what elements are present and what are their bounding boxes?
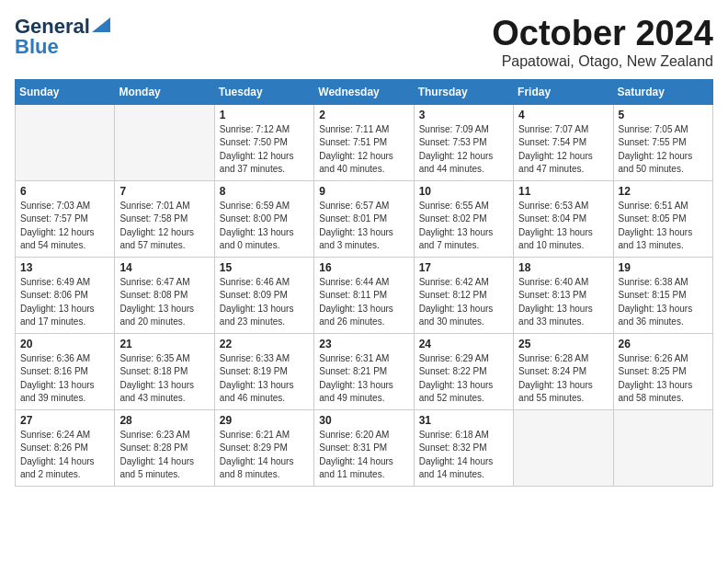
day-header-tuesday: Tuesday	[214, 79, 313, 104]
day-number: 17	[419, 261, 508, 274]
day-header-sunday: Sunday	[16, 79, 115, 104]
day-detail: Sunrise: 6:42 AMSunset: 8:12 PMDaylight:…	[419, 276, 508, 329]
day-number: 11	[518, 185, 608, 198]
day-number: 26	[619, 338, 708, 350]
calendar-cell: 4Sunrise: 7:07 AMSunset: 7:54 PMDaylight…	[514, 104, 613, 180]
calendar-cell	[514, 409, 613, 486]
calendar-cell: 9Sunrise: 6:57 AMSunset: 8:01 PMDaylight…	[314, 180, 414, 257]
day-detail: Sunrise: 6:28 AMSunset: 8:24 PMDaylight:…	[518, 352, 608, 406]
day-number: 12	[619, 185, 708, 198]
day-detail: Sunrise: 6:29 AMSunset: 8:22 PMDaylight:…	[419, 352, 508, 406]
logo: General Blue	[15, 15, 110, 59]
calendar-cell: 3Sunrise: 7:09 AMSunset: 7:53 PMDaylight…	[414, 104, 513, 180]
day-detail: Sunrise: 6:40 AMSunset: 8:13 PMDaylight:…	[518, 276, 608, 329]
day-detail: Sunrise: 6:33 AMSunset: 8:19 PMDaylight:…	[220, 352, 309, 406]
svg-marker-0	[92, 17, 110, 32]
day-number: 30	[319, 414, 408, 427]
calendar-cell: 19Sunrise: 6:38 AMSunset: 8:15 PMDayligh…	[613, 257, 712, 333]
day-detail: Sunrise: 7:05 AMSunset: 7:55 PMDaylight:…	[619, 123, 708, 177]
day-detail: Sunrise: 6:53 AMSunset: 8:04 PMDaylight:…	[518, 200, 608, 253]
day-header-thursday: Thursday	[414, 79, 513, 104]
day-detail: Sunrise: 7:12 AMSunset: 7:50 PMDaylight:…	[220, 123, 309, 177]
day-number: 7	[119, 185, 209, 198]
day-number: 3	[419, 109, 508, 121]
day-number: 19	[619, 261, 708, 274]
day-number: 21	[119, 338, 209, 350]
calendar-cell: 30Sunrise: 6:20 AMSunset: 8:31 PMDayligh…	[314, 409, 414, 486]
day-detail: Sunrise: 6:36 AMSunset: 8:16 PMDaylight:…	[20, 352, 109, 406]
day-detail: Sunrise: 6:51 AMSunset: 8:05 PMDaylight:…	[619, 200, 708, 253]
calendar-cell: 8Sunrise: 6:59 AMSunset: 8:00 PMDaylight…	[214, 180, 313, 257]
month-title: October 2024	[492, 15, 713, 53]
day-detail: Sunrise: 6:31 AMSunset: 8:21 PMDaylight:…	[319, 352, 408, 406]
calendar-cell	[613, 409, 712, 486]
calendar-table: SundayMondayTuesdayWednesdayThursdayFrid…	[15, 79, 713, 487]
day-number: 10	[419, 185, 508, 198]
day-detail: Sunrise: 7:09 AMSunset: 7:53 PMDaylight:…	[419, 123, 508, 177]
calendar-cell: 31Sunrise: 6:18 AMSunset: 8:32 PMDayligh…	[414, 409, 513, 486]
day-detail: Sunrise: 7:01 AMSunset: 7:58 PMDaylight:…	[119, 200, 209, 253]
logo-blue: Blue	[15, 35, 59, 59]
calendar-cell: 14Sunrise: 6:47 AMSunset: 8:08 PMDayligh…	[115, 257, 214, 333]
day-detail: Sunrise: 6:23 AMSunset: 8:28 PMDaylight:…	[119, 429, 209, 482]
calendar-cell: 15Sunrise: 6:46 AMSunset: 8:09 PMDayligh…	[214, 257, 313, 333]
calendar-cell: 1Sunrise: 7:12 AMSunset: 7:50 PMDaylight…	[214, 104, 313, 180]
day-detail: Sunrise: 6:49 AMSunset: 8:06 PMDaylight:…	[20, 276, 109, 329]
day-number: 16	[319, 261, 408, 274]
day-number: 27	[20, 414, 109, 427]
day-number: 9	[319, 185, 408, 198]
calendar-cell: 23Sunrise: 6:31 AMSunset: 8:21 PMDayligh…	[314, 333, 414, 409]
day-detail: Sunrise: 6:35 AMSunset: 8:18 PMDaylight:…	[119, 352, 209, 406]
location-title: Papatowai, Otago, New Zealand	[492, 53, 713, 70]
day-header-friday: Friday	[514, 79, 613, 104]
logo-icon	[92, 17, 110, 32]
day-number: 31	[419, 414, 508, 427]
calendar-cell: 5Sunrise: 7:05 AMSunset: 7:55 PMDaylight…	[613, 104, 712, 180]
day-detail: Sunrise: 6:21 AMSunset: 8:29 PMDaylight:…	[220, 429, 309, 482]
day-detail: Sunrise: 7:11 AMSunset: 7:51 PMDaylight:…	[319, 123, 408, 177]
day-number: 13	[20, 261, 109, 274]
day-number: 2	[319, 109, 408, 121]
day-detail: Sunrise: 6:44 AMSunset: 8:11 PMDaylight:…	[319, 276, 408, 329]
day-number: 29	[220, 414, 309, 427]
calendar-cell: 27Sunrise: 6:24 AMSunset: 8:26 PMDayligh…	[16, 409, 115, 486]
day-number: 25	[518, 338, 608, 350]
day-detail: Sunrise: 6:46 AMSunset: 8:09 PMDaylight:…	[220, 276, 309, 329]
calendar-cell: 17Sunrise: 6:42 AMSunset: 8:12 PMDayligh…	[414, 257, 513, 333]
day-header-saturday: Saturday	[613, 79, 712, 104]
calendar-cell: 24Sunrise: 6:29 AMSunset: 8:22 PMDayligh…	[414, 333, 513, 409]
calendar-cell	[16, 104, 115, 180]
calendar-cell: 12Sunrise: 6:51 AMSunset: 8:05 PMDayligh…	[613, 180, 712, 257]
title-block: October 2024 Papatowai, Otago, New Zeala…	[492, 15, 713, 70]
calendar-cell: 25Sunrise: 6:28 AMSunset: 8:24 PMDayligh…	[514, 333, 613, 409]
calendar-cell: 7Sunrise: 7:01 AMSunset: 7:58 PMDaylight…	[115, 180, 214, 257]
day-detail: Sunrise: 6:47 AMSunset: 8:08 PMDaylight:…	[119, 276, 209, 329]
calendar-cell: 20Sunrise: 6:36 AMSunset: 8:16 PMDayligh…	[16, 333, 115, 409]
day-detail: Sunrise: 7:07 AMSunset: 7:54 PMDaylight:…	[518, 123, 608, 177]
day-header-wednesday: Wednesday	[314, 79, 414, 104]
day-number: 6	[20, 185, 109, 198]
day-number: 23	[319, 338, 408, 350]
day-number: 20	[20, 338, 109, 350]
day-detail: Sunrise: 6:18 AMSunset: 8:32 PMDaylight:…	[419, 429, 508, 482]
calendar-cell: 28Sunrise: 6:23 AMSunset: 8:28 PMDayligh…	[115, 409, 214, 486]
day-detail: Sunrise: 6:55 AMSunset: 8:02 PMDaylight:…	[419, 200, 508, 253]
day-number: 28	[119, 414, 209, 427]
calendar-cell: 29Sunrise: 6:21 AMSunset: 8:29 PMDayligh…	[214, 409, 313, 486]
day-detail: Sunrise: 6:24 AMSunset: 8:26 PMDaylight:…	[20, 429, 109, 482]
calendar-cell: 13Sunrise: 6:49 AMSunset: 8:06 PMDayligh…	[16, 257, 115, 333]
day-detail: Sunrise: 6:59 AMSunset: 8:00 PMDaylight:…	[220, 200, 309, 253]
calendar-cell: 26Sunrise: 6:26 AMSunset: 8:25 PMDayligh…	[613, 333, 712, 409]
day-detail: Sunrise: 6:38 AMSunset: 8:15 PMDaylight:…	[619, 276, 708, 329]
calendar-cell: 10Sunrise: 6:55 AMSunset: 8:02 PMDayligh…	[414, 180, 513, 257]
day-number: 15	[220, 261, 309, 274]
day-detail: Sunrise: 6:26 AMSunset: 8:25 PMDaylight:…	[619, 352, 708, 406]
day-number: 24	[419, 338, 508, 350]
day-number: 1	[220, 109, 309, 121]
day-detail: Sunrise: 6:20 AMSunset: 8:31 PMDaylight:…	[319, 429, 408, 482]
calendar-cell: 18Sunrise: 6:40 AMSunset: 8:13 PMDayligh…	[514, 257, 613, 333]
calendar-cell: 6Sunrise: 7:03 AMSunset: 7:57 PMDaylight…	[16, 180, 115, 257]
day-number: 8	[220, 185, 309, 198]
calendar-cell: 21Sunrise: 6:35 AMSunset: 8:18 PMDayligh…	[115, 333, 214, 409]
calendar-cell: 11Sunrise: 6:53 AMSunset: 8:04 PMDayligh…	[514, 180, 613, 257]
